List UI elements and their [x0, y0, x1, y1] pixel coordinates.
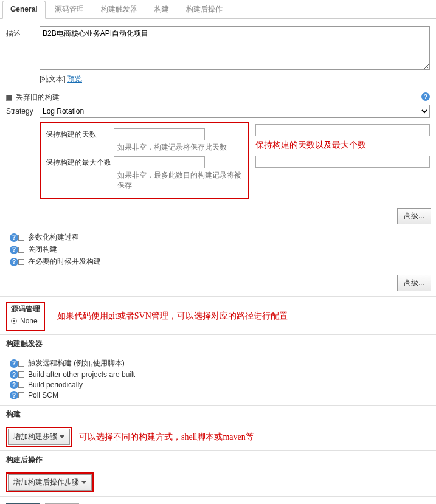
- max-input[interactable]: [114, 156, 205, 168]
- help-icon[interactable]: ?: [10, 233, 18, 242]
- scm-none-label: None: [20, 317, 38, 325]
- days-help: 如果非空，构建记录将保存此天数: [117, 142, 243, 153]
- help-icon[interactable]: ?: [10, 370, 18, 379]
- chevron-down-icon: [81, 481, 86, 484]
- remote-trigger-checkbox[interactable]: [18, 361, 24, 367]
- triggers-section: ? 触发远程构建 (例如,使用脚本) ? Build after other p…: [0, 351, 436, 406]
- after-projects-label: Build after other projects are built: [28, 370, 135, 379]
- footer-bar: 保存 应用: [0, 497, 436, 504]
- description-section: 描述 [纯文本] 预览: [0, 19, 436, 91]
- periodic-label: Build periodically: [28, 381, 83, 389]
- advanced-row-2: 高级...: [0, 272, 436, 297]
- scm-title: 源码管理: [11, 304, 40, 314]
- retention-box: 保持构建的天数 如果非空，构建记录将保存此天数 保持构建的最大个数 如果非空，最…: [40, 122, 249, 199]
- help-icon[interactable]: ?: [10, 246, 18, 254]
- advanced-button-2[interactable]: 高级...: [397, 275, 431, 291]
- help-icon[interactable]: ?: [10, 391, 18, 399]
- description-textarea[interactable]: [40, 26, 430, 70]
- build-annotation: 可以选择不同的构建方式，shell脚本或maven等: [79, 432, 254, 443]
- advanced-row-1: 高级...: [0, 205, 436, 229]
- scm-annotation: 如果代码使用git或者SVN管理，可以选择对应的路径进行配置: [57, 311, 288, 320]
- help-icon[interactable]: ?: [10, 359, 18, 368]
- advanced-button[interactable]: 高级...: [397, 208, 431, 224]
- param-build-label: 参数化构建过程: [28, 232, 79, 243]
- add-post-step-outline: 增加构建后操作步骤: [6, 472, 94, 492]
- concurrent-label: 在必要的时候并发构建: [28, 257, 101, 267]
- add-post-step-button[interactable]: 增加构建后操作步骤: [8, 474, 92, 491]
- tab-general[interactable]: General: [2, 1, 46, 19]
- tab-build[interactable]: 构建: [147, 0, 177, 18]
- discard-section: ? 丢弃旧的构建 Strategy Log Rotation 保持构建的天数 如…: [0, 92, 436, 205]
- concurrent-checkbox[interactable]: [18, 259, 24, 265]
- help-icon[interactable]: ?: [10, 258, 18, 266]
- tab-post[interactable]: 构建后操作: [178, 0, 230, 18]
- strategy-select[interactable]: Log Rotation: [40, 105, 430, 118]
- after-projects-checkbox[interactable]: [18, 371, 24, 378]
- post-title: 构建后操作: [0, 451, 436, 468]
- scm-none-radio[interactable]: [11, 318, 17, 324]
- max-help: 如果非空，最多此数目的构建记录将被保存: [117, 170, 243, 191]
- add-build-step-label: 增加构建步骤: [13, 432, 57, 441]
- add-build-step-outline: 增加构建步骤: [6, 427, 72, 447]
- preview-link[interactable]: 预览: [67, 75, 82, 83]
- max-input-ext[interactable]: [255, 156, 430, 168]
- disable-build-label: 关闭构建: [28, 244, 57, 255]
- add-post-step-label: 增加构建后操作步骤: [13, 478, 79, 486]
- disable-build-checkbox[interactable]: [18, 247, 24, 253]
- poll-scm-label: Poll SCM: [28, 391, 58, 399]
- days-label: 保持构建的天数: [46, 129, 114, 140]
- help-icon[interactable]: ?: [10, 381, 18, 389]
- options-section: ? 参数化构建过程 ? 关闭构建 ? 在必要的时候并发构建: [0, 229, 436, 272]
- max-label: 保持构建的最大个数: [46, 157, 114, 168]
- discard-checkbox[interactable]: [6, 95, 12, 101]
- periodic-checkbox[interactable]: [18, 382, 24, 388]
- discard-label: 丢弃旧的构建: [16, 92, 60, 103]
- param-build-checkbox[interactable]: [18, 235, 24, 241]
- retention-annotation: 保持构建的天数以及最大个数: [255, 140, 366, 150]
- chevron-down-icon: [60, 435, 64, 438]
- build-section: 增加构建步骤 可以选择不同的构建方式，shell脚本或maven等: [0, 422, 436, 451]
- days-input-ext[interactable]: [255, 124, 430, 136]
- post-section: 增加构建后操作步骤: [0, 468, 436, 497]
- tab-scm[interactable]: 源码管理: [47, 0, 92, 18]
- poll-scm-checkbox[interactable]: [18, 392, 24, 398]
- description-label: 描述: [6, 26, 40, 39]
- add-build-step-button[interactable]: 增加构建步骤: [8, 429, 70, 445]
- days-input[interactable]: [114, 128, 205, 140]
- build-title: 构建: [0, 406, 436, 422]
- scm-box: 源码管理 None: [6, 302, 45, 331]
- help-icon[interactable]: ?: [421, 92, 430, 101]
- strategy-label: Strategy: [6, 105, 40, 116]
- scm-section: 源码管理 None 如果代码使用git或者SVN管理，可以选择对应的路径进行配置: [0, 297, 436, 335]
- remote-trigger-label: 触发远程构建 (例如,使用脚本): [28, 358, 125, 368]
- triggers-title: 构建触发器: [0, 335, 436, 351]
- desc-hint-plain: [纯文本]: [40, 75, 67, 83]
- tab-triggers[interactable]: 构建触发器: [93, 0, 145, 18]
- config-tabs: General 源码管理 构建触发器 构建 构建后操作: [0, 0, 436, 19]
